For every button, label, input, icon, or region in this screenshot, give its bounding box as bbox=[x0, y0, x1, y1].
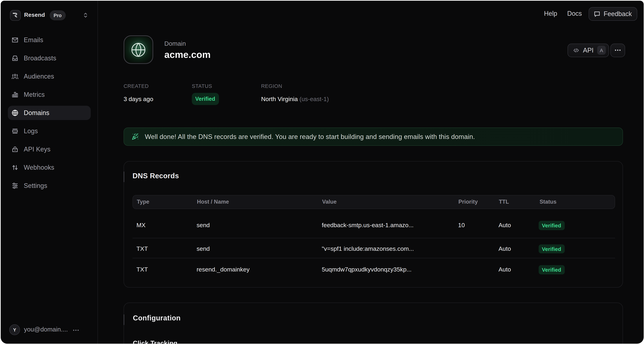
card-accent-notch bbox=[124, 172, 124, 182]
success-banner: Well done! All the DNS records are verif… bbox=[124, 128, 623, 146]
sidebar: Resend Pro EmailsBroadcastsAudiencesMetr… bbox=[0, 0, 98, 344]
user-menu-dots-icon[interactable] bbox=[72, 327, 79, 335]
sidebar-item-broadcasts[interactable]: Broadcasts bbox=[8, 51, 90, 65]
row-separator bbox=[132, 238, 615, 238]
sidebar-item-api-keys[interactable]: API Keys bbox=[8, 142, 90, 156]
broadcasts-icon bbox=[11, 55, 18, 62]
sidebar-item-webhooks[interactable]: Webhooks bbox=[8, 160, 90, 175]
cell-value: "v=spf1 include:amazonses.com... bbox=[322, 245, 414, 252]
sidebar-item-logs[interactable]: Logs bbox=[8, 124, 90, 138]
sidebar-item-audiences[interactable]: Audiences bbox=[8, 69, 90, 84]
avatar: Y bbox=[9, 324, 20, 335]
sidebar-item-label: Metrics bbox=[24, 91, 45, 98]
cell-host: send bbox=[197, 245, 210, 252]
verified-badge: Verified bbox=[538, 265, 564, 274]
status-label: STATUS bbox=[192, 83, 212, 89]
column-priority: Priority bbox=[458, 198, 478, 205]
cell-type: TXT bbox=[136, 245, 148, 252]
sidebar-item-label: Emails bbox=[24, 36, 43, 44]
sidebar-item-domains[interactable]: Domains bbox=[8, 106, 90, 120]
column-status: Status bbox=[540, 198, 556, 205]
status-badge: Verified bbox=[192, 93, 219, 105]
settings-icon bbox=[11, 182, 18, 189]
dns-records-title: DNS Records bbox=[132, 172, 179, 180]
domains-icon bbox=[11, 109, 18, 116]
cell-host: resend._domainkey bbox=[197, 266, 250, 273]
configuration-title: Configuration bbox=[133, 314, 180, 322]
feedback-button[interactable]: Feedback bbox=[589, 7, 637, 21]
logs-icon bbox=[11, 128, 18, 135]
user-row[interactable]: Y you@domain.... bbox=[0, 318, 98, 344]
cell-value: feedback-smtp.us-east-1.amazo... bbox=[322, 222, 414, 229]
sidebar-item-label: Logs bbox=[24, 127, 38, 135]
cell-ttl: Auto bbox=[498, 266, 511, 273]
verified-badge: Verified bbox=[538, 244, 564, 254]
org-switcher-chevron-icon[interactable] bbox=[82, 12, 88, 20]
sidebar-item-label: Domains bbox=[24, 109, 49, 117]
column-ttl: TTL bbox=[499, 198, 509, 205]
created-label: CREATED bbox=[124, 83, 149, 89]
api-keys-icon bbox=[11, 146, 18, 153]
user-email: you@domain.... bbox=[24, 326, 68, 333]
page-title: acme.com bbox=[164, 49, 210, 60]
sidebar-item-label: API Keys bbox=[24, 146, 50, 153]
cell-ttl: Auto bbox=[498, 222, 511, 229]
api-button[interactable]: API A bbox=[568, 44, 609, 57]
configuration-card: Configuration Click Tracking bbox=[124, 302, 623, 344]
click-tracking-label: Click Tracking bbox=[133, 340, 178, 344]
region-value: North Virginia (us-east-1) bbox=[261, 96, 329, 103]
domain-kicker: Domain bbox=[164, 40, 186, 47]
cell-priority: 10 bbox=[458, 222, 465, 229]
sidebar-item-label: Webhooks bbox=[24, 164, 54, 171]
party-popper-icon bbox=[132, 133, 138, 140]
column-host: Host / Name bbox=[197, 198, 229, 205]
sidebar-item-label: Settings bbox=[24, 182, 47, 190]
table-header: Type Host / Name Value Priority TTL Stat… bbox=[132, 195, 615, 209]
docs-link[interactable]: Docs bbox=[567, 10, 582, 18]
app-window: Resend Pro EmailsBroadcastsAudiencesMetr… bbox=[0, 0, 644, 344]
dns-records-card: DNS Records Type Host / Name Value Prior… bbox=[124, 161, 623, 288]
domain-actions-button[interactable] bbox=[610, 44, 625, 57]
audiences-icon bbox=[11, 73, 18, 80]
metrics-icon bbox=[11, 91, 18, 98]
help-link[interactable]: Help bbox=[544, 10, 557, 18]
cell-type: MX bbox=[136, 222, 146, 229]
sidebar-item-label: Broadcasts bbox=[24, 54, 56, 62]
sidebar-item-metrics[interactable]: Metrics bbox=[8, 88, 90, 102]
cell-ttl: Auto bbox=[498, 245, 511, 252]
cell-type: TXT bbox=[136, 266, 148, 273]
resend-logo[interactable] bbox=[10, 10, 20, 20]
webhooks-icon bbox=[11, 164, 18, 171]
plan-badge: Pro bbox=[50, 10, 66, 20]
column-value: Value bbox=[322, 198, 337, 205]
globe-icon bbox=[131, 42, 146, 57]
ellipsis-icon bbox=[614, 47, 621, 54]
sidebar-item-label: Audiences bbox=[24, 73, 54, 80]
sidebar-item-settings[interactable]: Settings bbox=[8, 178, 90, 193]
cell-host: send bbox=[197, 222, 210, 229]
domain-icon-tile bbox=[124, 35, 153, 64]
verified-badge: Verified bbox=[538, 221, 564, 230]
cell-value: 5uqmdw7qpxudkyvdonqzy35kp... bbox=[322, 266, 412, 273]
card-accent-notch bbox=[124, 314, 124, 325]
api-shortcut-key: A bbox=[597, 46, 606, 55]
code-icon bbox=[573, 47, 579, 54]
banner-message: Well done! All the DNS records are verif… bbox=[145, 133, 475, 140]
row-separator bbox=[132, 258, 615, 258]
column-type: Type bbox=[137, 198, 149, 205]
sidebar-nav: EmailsBroadcastsAudiencesMetricsDomainsL… bbox=[8, 33, 90, 193]
resend-r-icon bbox=[12, 12, 18, 18]
main-panel: Help Docs Feedback Domain acme.com bbox=[98, 0, 644, 344]
brand-name: Resend bbox=[24, 12, 45, 18]
region-label: REGION bbox=[261, 83, 282, 89]
feedback-bubble-icon bbox=[594, 10, 600, 17]
emails-icon bbox=[11, 36, 18, 44]
sidebar-item-emails[interactable]: Emails bbox=[8, 33, 90, 47]
created-value: 3 days ago bbox=[124, 96, 153, 103]
